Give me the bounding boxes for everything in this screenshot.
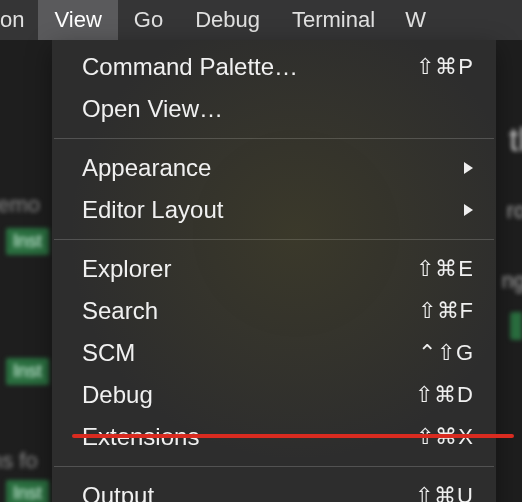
menuitem-shortcut: ⇧⌘U xyxy=(415,479,474,502)
svg-marker-1 xyxy=(464,204,473,216)
bg-text: tl xyxy=(509,120,522,159)
menu-open-view[interactable]: Open View… xyxy=(52,88,496,130)
bg-pill xyxy=(510,312,522,340)
chevron-right-icon xyxy=(462,161,474,175)
view-dropdown: Command Palette… ⇧⌘P Open View… Appearan… xyxy=(52,40,496,502)
bg-badge-install: Inst xyxy=(6,480,49,502)
menu-view[interactable]: View xyxy=(38,0,117,40)
menu-appearance[interactable]: Appearance xyxy=(52,147,496,189)
menu-label: Debug xyxy=(195,7,260,33)
menu-go[interactable]: Go xyxy=(118,0,179,40)
menu-separator xyxy=(54,466,494,467)
menu-output[interactable]: Output ⇧⌘U xyxy=(52,475,496,502)
menu-search[interactable]: Search ⇧⌘F xyxy=(52,290,496,332)
menu-separator xyxy=(54,239,494,240)
menu-separator xyxy=(54,138,494,139)
menuitem-label: SCM xyxy=(82,336,418,370)
menu-editor-layout[interactable]: Editor Layout xyxy=(52,189,496,231)
menu-command-palette[interactable]: Command Palette… ⇧⌘P xyxy=(52,46,496,88)
menu-debug[interactable]: Debug xyxy=(179,0,276,40)
menu-debug-view[interactable]: Debug ⇧⌘D xyxy=(52,374,496,416)
menuitem-label: Open View… xyxy=(82,92,474,126)
annotation-underline xyxy=(72,434,514,438)
menuitem-shortcut: ⇧⌘D xyxy=(415,378,474,412)
bg-badge-install: Inst xyxy=(6,228,49,255)
menuitem-label: Editor Layout xyxy=(82,193,462,227)
svg-marker-0 xyxy=(464,162,473,174)
menuitem-shortcut: ⇧⌘E xyxy=(416,252,474,286)
menuitem-shortcut: ⇧⌘P xyxy=(416,50,474,84)
menuitem-label: Command Palette… xyxy=(82,50,416,84)
menuitem-shortcut: ⇧⌘F xyxy=(418,294,474,328)
bg-badge-install: Inst xyxy=(6,358,49,385)
menu-item-fragment: on xyxy=(0,0,38,40)
menuitem-label: Output xyxy=(82,479,415,502)
bg-text: ng xyxy=(502,268,522,294)
menuitem-label: Explorer xyxy=(82,252,416,286)
menu-label: Terminal xyxy=(292,7,375,33)
bg-text: remo xyxy=(0,192,40,218)
menubar: on View Go Debug Terminal W xyxy=(0,0,522,40)
chevron-right-icon xyxy=(462,203,474,217)
menu-item-fragment: W xyxy=(391,0,426,40)
menuitem-label: Search xyxy=(82,294,418,328)
menuitem-label: Appearance xyxy=(82,151,462,185)
menuitem-shortcut: ⌃⇧G xyxy=(418,336,474,370)
menu-label: W xyxy=(405,7,426,33)
bg-text: ns fo xyxy=(0,448,38,474)
menu-explorer[interactable]: Explorer ⇧⌘E xyxy=(52,248,496,290)
menu-label: on xyxy=(0,7,24,33)
bg-text: ro xyxy=(506,198,522,224)
menuitem-label: Debug xyxy=(82,378,415,412)
menu-terminal[interactable]: Terminal xyxy=(276,0,391,40)
menu-scm[interactable]: SCM ⌃⇧G xyxy=(52,332,496,374)
menu-label: View xyxy=(54,7,101,33)
menu-label: Go xyxy=(134,7,163,33)
